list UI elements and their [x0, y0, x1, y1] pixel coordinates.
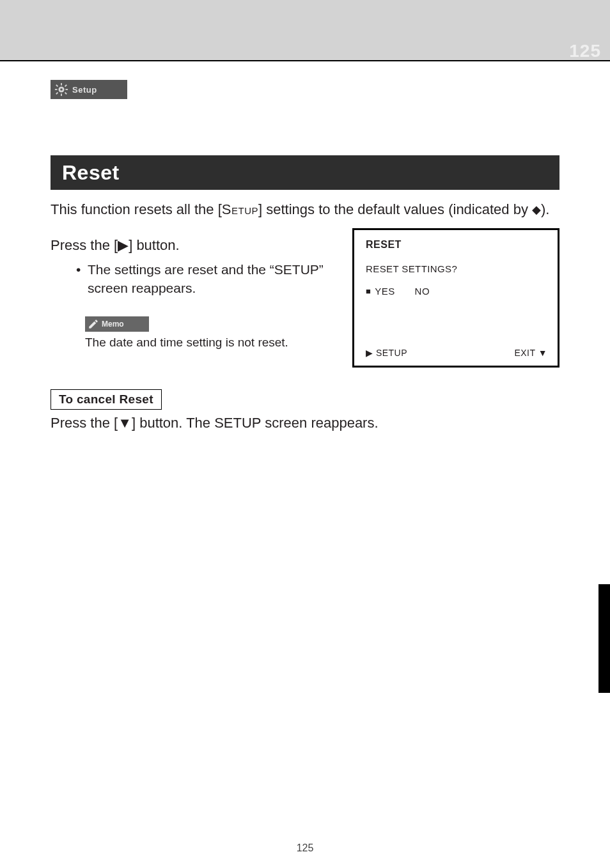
cancel-suffix: ] button. The SETUP screen reappears. — [132, 415, 379, 431]
header-strip — [0, 0, 610, 60]
step-heading: Press the [▶] button. — [51, 236, 338, 255]
screen-title: RESET — [366, 239, 547, 251]
setup-pill-label: Setup — [72, 85, 97, 95]
option-yes[interactable]: YES — [366, 286, 395, 297]
section-title-bar: Reset — [51, 155, 559, 190]
page-number-ghost: 125 — [569, 41, 601, 61]
right-arrow-icon: ▶ — [366, 348, 373, 358]
setup-pill: Setup — [51, 80, 127, 99]
intro-suffix: ] settings to the default values (indica… — [258, 201, 532, 217]
down-arrow-icon: ▼ — [538, 348, 547, 358]
cancel-box: To cancel Reset — [51, 389, 162, 410]
gear-icon — [54, 82, 68, 97]
option-no[interactable]: NO — [415, 286, 430, 297]
hint-right: EXIT ▼ — [514, 348, 547, 358]
svg-rect-5 — [56, 84, 58, 87]
svg-rect-1 — [61, 83, 62, 86]
cancel-prefix: Press the [ — [51, 415, 118, 431]
svg-rect-4 — [65, 89, 68, 90]
memo-text: The date and time setting is not reset. — [85, 336, 338, 350]
reset-screen-mock: RESET RESET SETTINGS? YES NO ▶ SETUP EXI… — [352, 228, 559, 368]
memo-bar: Memo — [85, 316, 149, 332]
hint-left-label: SETUP — [376, 348, 407, 358]
content-area: Setup Reset This function resets all the… — [51, 80, 561, 431]
svg-rect-8 — [65, 84, 67, 87]
footer-page-number: 125 — [0, 842, 610, 854]
intro-end: ). — [541, 201, 549, 217]
svg-rect-3 — [55, 89, 58, 90]
svg-rect-6 — [65, 92, 67, 95]
side-thumb-tab — [598, 584, 610, 693]
screen-prompt: RESET SETTINGS? — [366, 263, 547, 274]
section-title: Reset — [62, 161, 120, 185]
intro-prefix: This function resets all the [ — [51, 201, 222, 217]
hint-right-label: EXIT — [514, 348, 535, 358]
svg-rect-7 — [56, 92, 58, 95]
hint-left: ▶ SETUP — [366, 348, 407, 358]
intro-text: This function resets all the [Setup] set… — [51, 200, 559, 219]
intro-setup-word: Setup — [222, 201, 258, 217]
bullet-item: The settings are reset and the “SETUP” s… — [88, 261, 338, 297]
memo-label: Memo — [102, 320, 124, 329]
down-arrow-glyph: ▼ — [118, 415, 132, 431]
svg-point-9 — [60, 88, 63, 91]
pencil-icon — [88, 318, 99, 330]
diamond-icon: ◆ — [532, 203, 541, 216]
cancel-text: Press the [▼] button. The SETUP screen r… — [51, 415, 559, 431]
svg-rect-2 — [61, 93, 62, 96]
